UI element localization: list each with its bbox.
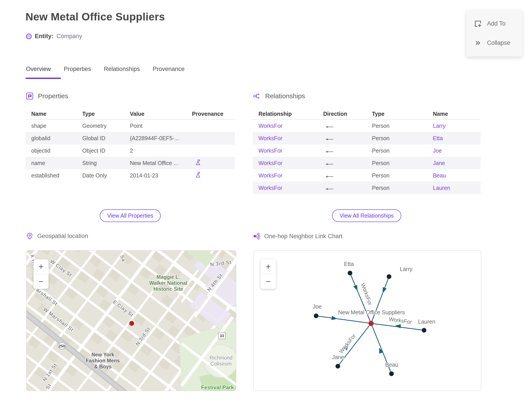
col-value: Value bbox=[124, 111, 186, 117]
graph-node-center[interactable] bbox=[369, 321, 374, 326]
page-title: New Metal Office Suppliers bbox=[26, 11, 165, 23]
add-to-button[interactable]: Add To bbox=[466, 20, 522, 28]
graph-arrowhead bbox=[381, 287, 386, 294]
chart-zoom-in-button[interactable]: + bbox=[261, 259, 276, 274]
relationship-entity-type: Person bbox=[366, 123, 427, 129]
left-arrow-icon: ← bbox=[323, 159, 336, 167]
left-arrow-icon: ← bbox=[323, 135, 336, 142]
view-all-relationships-button[interactable]: View All Relationships bbox=[332, 209, 401, 222]
svg-text:33: 33 bbox=[220, 334, 224, 338]
property-provenance[interactable] bbox=[186, 159, 235, 167]
collapse-label: Collapse bbox=[487, 40, 510, 46]
graph-edge-label: WorksFor bbox=[338, 333, 357, 354]
provenance-flag-icon[interactable] bbox=[195, 159, 201, 166]
graph-edge-label: WorksFor bbox=[389, 316, 412, 325]
graph-node-Joe[interactable] bbox=[314, 314, 319, 318]
relationship-row-Etta: WorksFor←PersonEtta bbox=[253, 132, 481, 144]
relationship-direction: ← bbox=[317, 172, 366, 179]
relationship-type-link[interactable]: WorksFor bbox=[253, 148, 317, 154]
graph-node-label-Etta: Etta bbox=[344, 261, 354, 267]
property-row-objectid: objectidObject ID2 bbox=[26, 144, 235, 157]
relationships-table-header: Relationship Direction Type Name bbox=[253, 108, 481, 120]
graph-edge-Joe bbox=[316, 316, 371, 323]
graph-node-Larry[interactable] bbox=[387, 274, 392, 279]
relationship-name-link[interactable]: Lauren bbox=[427, 185, 481, 191]
relationship-name-link[interactable]: Etta bbox=[427, 135, 481, 142]
relationship-type-link[interactable]: WorksFor bbox=[253, 172, 317, 179]
relationship-name-link[interactable]: Joe bbox=[427, 148, 481, 154]
relationship-type-link[interactable]: WorksFor bbox=[253, 160, 317, 166]
col-type: Type bbox=[366, 111, 427, 117]
tab-relationships[interactable]: Relationships bbox=[104, 66, 140, 77]
active-tab-underline bbox=[26, 78, 61, 79]
landmark-label: Festival Park bbox=[201, 384, 234, 390]
col-name: Name bbox=[26, 111, 76, 117]
property-name: globalid bbox=[26, 135, 76, 142]
link-chart-canvas[interactable]: EttaLarryJoeLaurenJaneBeauNew Metal Offi… bbox=[253, 250, 481, 391]
relationship-type-link[interactable]: WorksFor bbox=[253, 185, 317, 191]
properties-section-header: Properties bbox=[26, 92, 68, 100]
tab-bar: Overview Properties Relationships Proven… bbox=[26, 66, 185, 77]
tab-properties[interactable]: Properties bbox=[64, 66, 91, 77]
graph-node-label-Jane: Jane bbox=[332, 354, 344, 360]
properties-table-header: Name Type Value Provenance bbox=[26, 108, 235, 120]
relationship-name-link[interactable]: Larry bbox=[427, 123, 481, 129]
map-canvas[interactable]: 25033k RdW Clay StSaN 3rd StN 4th Starsh… bbox=[26, 250, 236, 391]
landmark-label: Richmond bbox=[209, 355, 233, 361]
relationship-type-link[interactable]: WorksFor bbox=[253, 135, 317, 142]
col-type: Type bbox=[76, 111, 124, 117]
actions-card: Add To Collapse bbox=[466, 10, 522, 57]
view-all-properties-wrap: View All Properties bbox=[26, 209, 235, 222]
one-hop-link-chart[interactable]: EttaLarryJoeLaurenJaneBeauNew Metal Offi… bbox=[253, 250, 481, 391]
property-type: Global ID bbox=[76, 135, 124, 142]
map-zoom-control: + − bbox=[33, 259, 48, 289]
relationship-name-link[interactable]: Jane bbox=[427, 160, 481, 166]
graph-node-Lauren[interactable] bbox=[422, 328, 426, 333]
relationships-table: Relationship Direction Type Name WorksFo… bbox=[253, 108, 481, 194]
relationships-section-title: Relationships bbox=[265, 92, 305, 100]
geospatial-map[interactable]: 25033k RdW Clay StSaN 3rd StN 4th Starsh… bbox=[26, 250, 236, 391]
property-type: String bbox=[76, 160, 124, 166]
graph-node-label-center: New Metal Office Suppliers bbox=[338, 309, 405, 315]
svg-text:250: 250 bbox=[59, 344, 65, 348]
tab-overview[interactable]: Overview bbox=[26, 66, 51, 77]
geospatial-header: Geospatial location bbox=[26, 232, 88, 240]
geospatial-title: Geospatial location bbox=[37, 233, 88, 240]
relationship-entity-type: Person bbox=[366, 135, 427, 142]
relationship-entity-type: Person bbox=[366, 185, 427, 191]
relationship-entity-type: Person bbox=[366, 148, 427, 154]
relationship-direction: ← bbox=[317, 147, 366, 154]
provenance-flag-icon[interactable] bbox=[195, 171, 201, 178]
col-relationship: Relationship bbox=[253, 111, 317, 117]
relationship-direction: ← bbox=[317, 135, 366, 142]
property-name: objectid bbox=[26, 148, 76, 154]
landmark-label: Maggie L. bbox=[157, 274, 180, 280]
map-zoom-out-button[interactable]: − bbox=[33, 274, 48, 289]
add-to-icon bbox=[474, 20, 482, 28]
relationship-entity-type: Person bbox=[366, 160, 427, 166]
graph-node-Beau[interactable] bbox=[389, 371, 394, 376]
view-all-properties-button[interactable]: View All Properties bbox=[100, 209, 161, 222]
relationship-row-Larry: WorksFor←PersonLarry bbox=[253, 120, 481, 132]
graph-node-Etta[interactable] bbox=[348, 271, 352, 276]
relationship-row-Joe: WorksFor←PersonJoe bbox=[253, 144, 481, 157]
property-type: Date Only bbox=[76, 172, 124, 179]
landmark-label: Walker National bbox=[149, 280, 187, 286]
property-provenance[interactable] bbox=[186, 171, 235, 179]
landmark-label: & Boys bbox=[94, 364, 112, 370]
col-provenance: Provenance bbox=[186, 111, 235, 117]
col-direction: Direction bbox=[317, 111, 366, 117]
left-arrow-icon: ← bbox=[323, 172, 336, 179]
entity-type-value: Company bbox=[57, 33, 82, 40]
relationship-name-link[interactable]: Beau bbox=[427, 172, 481, 179]
relationship-row-Beau: WorksFor←PersonBeau bbox=[253, 169, 481, 182]
link-chart-title: One-hop Neighbor Link Chart bbox=[264, 233, 342, 240]
map-zoom-in-button[interactable]: + bbox=[33, 259, 48, 274]
collapse-button[interactable]: Collapse bbox=[466, 39, 522, 47]
property-row-name: nameStringNew Metal Office ... bbox=[26, 157, 235, 169]
relationship-type-link[interactable]: WorksFor bbox=[253, 123, 317, 129]
tab-provenance[interactable]: Provenance bbox=[153, 66, 185, 77]
graph-node-Jane[interactable] bbox=[336, 364, 340, 369]
chart-zoom-out-button[interactable]: − bbox=[261, 274, 276, 289]
map-marker[interactable] bbox=[129, 321, 134, 326]
